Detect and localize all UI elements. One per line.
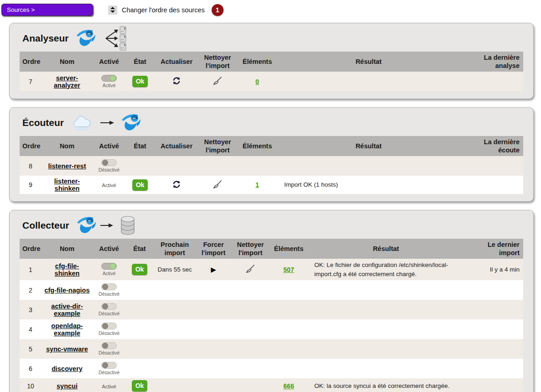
active-state-text: Activé: [102, 183, 116, 188]
ecouteur-title-row: Écouteur: [20, 110, 523, 136]
header-row: Ordre Nom Activé État Actualiser Nettoye…: [20, 136, 523, 156]
active-toggle[interactable]: [101, 323, 117, 329]
cell-elements: [237, 156, 278, 176]
section-title: Collecteur: [22, 220, 69, 231]
cell-active: Activé: [93, 72, 125, 91]
active-toggle[interactable]: [101, 362, 117, 369]
toggle-state-label: Désactivé: [99, 370, 120, 375]
cell-resultat: [278, 72, 459, 91]
active-toggle[interactable]: [101, 159, 117, 166]
cell-last: [459, 72, 523, 91]
database-icon: [120, 216, 136, 235]
column-header: Activé: [93, 239, 125, 259]
cell-last: [459, 156, 523, 176]
toggle-knob: [102, 284, 108, 290]
column-header: Nom: [42, 52, 93, 72]
header-row: Ordre Nom Activé État Prochain import Fo…: [20, 239, 523, 259]
table-row: 9 listener-shinken Activé Ok: [20, 176, 523, 194]
cell-nom: listener-rest: [42, 156, 93, 176]
column-header: Éléments: [237, 52, 278, 72]
table-row: 7 server-analyzer Activé Ok: [20, 72, 523, 91]
table-row: 10 syncui Activé Ok 666 OK: la source sy…: [20, 378, 523, 392]
source-name-link[interactable]: syncui: [57, 382, 78, 390]
cell-nom: syncui: [42, 378, 93, 392]
elements-link[interactable]: 1: [255, 181, 259, 188]
source-name-link[interactable]: server-analyzer: [54, 74, 80, 89]
toggle-state-label: Désactivé: [99, 350, 120, 355]
toggle-knob: [102, 160, 108, 166]
table-row: 6 discovery Désactivé: [20, 359, 523, 378]
refresh-icon: [172, 77, 181, 85]
active-toggle[interactable]: [101, 283, 117, 290]
column-header: Nom: [42, 239, 93, 259]
cell-resultat: OK: la source syncui a été correctement …: [308, 378, 464, 392]
source-name-link[interactable]: cfg-file-nagios: [44, 287, 89, 294]
column-header: Le dernier import: [464, 239, 523, 259]
elements-link[interactable]: 507: [283, 266, 294, 273]
table-row: 3 active-dir-example Désactivé: [20, 300, 523, 319]
reorder-sources-control[interactable]: [108, 5, 117, 15]
cell-nettoyer: [198, 156, 237, 176]
sources-button[interactable]: Sources >: [1, 4, 93, 16]
active-toggle[interactable]: [101, 303, 117, 310]
clean-import-button[interactable]: [213, 76, 222, 85]
cell-active: Désactivé: [93, 359, 125, 378]
source-name-link[interactable]: discovery: [52, 365, 83, 372]
clean-import-button[interactable]: [213, 180, 222, 189]
cell-ordre: 3: [20, 300, 42, 319]
column-header: Forcer l'import: [196, 239, 231, 259]
column-header: Ordre: [20, 136, 42, 156]
cell-etat: Ok: [125, 259, 154, 280]
status-badge: Ok: [132, 76, 148, 87]
cell-ordre: 9: [20, 176, 42, 194]
clean-import-button[interactable]: [246, 264, 255, 273]
cell-prochain: Dans 55 sec: [154, 259, 196, 280]
cell-ordre: 1: [20, 259, 42, 280]
cell-resultat: OK: Le fichier de configuration /etc/shi…: [308, 259, 464, 280]
cell-active: Désactivé: [93, 156, 125, 176]
cell-ordre: 2: [20, 280, 42, 300]
source-name-link[interactable]: sync-vmware: [46, 345, 88, 353]
column-header: Activé: [93, 136, 125, 156]
elements-link[interactable]: 666: [283, 382, 294, 390]
column-header: Nettoyer l'import: [198, 52, 237, 72]
cell-forcer: ▶: [196, 259, 231, 280]
active-toggle[interactable]: [101, 263, 117, 270]
cell-etat: Ok: [125, 176, 155, 194]
shinken-mascot-icon: [120, 112, 143, 133]
source-name-link[interactable]: listener-shinken: [54, 178, 80, 192]
column-header: Prochain import: [154, 239, 196, 259]
toggle-state-label: Activé: [103, 83, 116, 88]
active-state-text: Activé: [102, 384, 116, 389]
active-toggle[interactable]: [101, 342, 117, 349]
analyseur-table: Ordre Nom Activé État Actualiser Nettoye…: [20, 52, 523, 91]
active-toggle[interactable]: [101, 75, 117, 82]
cell-nettoyer: [231, 259, 270, 280]
toggle-knob: [110, 263, 116, 269]
source-name-link[interactable]: active-dir-example: [51, 303, 83, 317]
column-header: Résultat: [278, 52, 459, 72]
toggle-knob: [102, 303, 108, 309]
status-badge: Ok: [132, 179, 148, 191]
cell-nom: server-analyzer: [42, 72, 93, 91]
table-row: 4 openldap-example Désactivé: [20, 319, 523, 339]
refresh-icon: [172, 180, 181, 188]
refresh-button[interactable]: [172, 77, 181, 85]
cloud-icon: [70, 115, 94, 131]
column-header: Résultat: [308, 239, 464, 259]
column-header: Actualiser: [155, 52, 198, 72]
force-import-button[interactable]: ▶: [211, 266, 216, 273]
source-name-link[interactable]: listener-rest: [48, 162, 86, 170]
collecteur-title-row: Collecteur: [20, 213, 523, 239]
servers-stack-icon: [104, 26, 131, 51]
source-name-link[interactable]: openldap-example: [51, 322, 83, 337]
refresh-button[interactable]: [172, 180, 181, 188]
column-header: Éléments: [270, 239, 308, 259]
elements-link[interactable]: 0: [255, 78, 259, 85]
cell-elements: 1: [237, 176, 278, 194]
cell-etat: Ok: [125, 72, 155, 91]
cell-nettoyer: [198, 72, 237, 91]
source-name-link[interactable]: cfg-file-shinken: [55, 262, 80, 277]
toggle-knob: [102, 343, 108, 349]
arrow-right-icon: [100, 120, 114, 125]
